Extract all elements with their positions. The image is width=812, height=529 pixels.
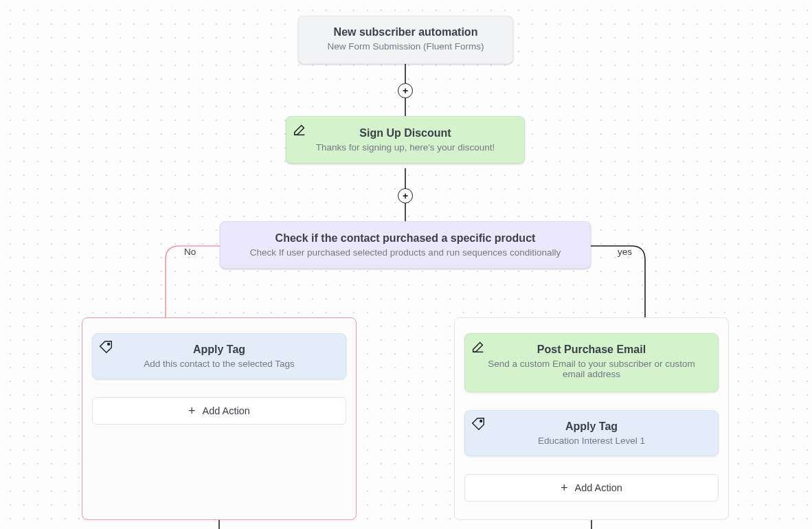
card-subtitle: Add this contact to the selected Tags (112, 359, 326, 369)
card-title: Apply Tag (112, 344, 326, 356)
action-node-post-purchase-email[interactable]: Post Purchase Email Send a custom Email … (464, 333, 719, 392)
add-action-label: Add Action (203, 405, 250, 416)
add-action-button-yes[interactable]: + Add Action (464, 474, 719, 502)
conditional-node[interactable]: Check if the contact purchased a specifi… (220, 221, 591, 269)
card-title: Post Purchase Email (484, 344, 699, 356)
branch-label-no: No (184, 247, 196, 257)
email-node-signup-discount[interactable]: Sign Up Discount Thanks for signing up, … (286, 116, 525, 164)
compose-email-icon (471, 339, 486, 354)
automation-canvas[interactable]: New subscriber automation New Form Submi… (0, 0, 812, 529)
card-subtitle: Education Interest Level 1 (484, 436, 699, 446)
email-subtitle: Thanks for signing up, here's your disco… (306, 142, 505, 153)
tag-icon (471, 416, 486, 431)
conditional-title: Check if the contact purchased a specifi… (240, 232, 571, 245)
card-title: Apply Tag (484, 420, 699, 433)
branch-label-yes: yes (618, 247, 632, 257)
action-node-apply-tag-no[interactable]: Apply Tag Add this contact to the select… (92, 333, 346, 379)
email-title: Sign Up Discount (306, 127, 505, 139)
trigger-node[interactable]: New subscriber automation New Form Submi… (298, 16, 513, 64)
tag-icon (98, 339, 113, 354)
add-step-button-1[interactable]: + (398, 83, 413, 98)
add-action-button-no[interactable]: + Add Action (92, 397, 346, 425)
conditional-subtitle: Check If user purchased selected product… (240, 247, 571, 258)
trigger-subtitle: New Form Submission (Fluent Forms) (315, 41, 496, 52)
add-action-label: Add Action (575, 482, 622, 493)
branch-column-yes[interactable]: Post Purchase Email Send a custom Email … (454, 317, 729, 520)
card-subtitle: Send a custom Email to your subscriber o… (484, 359, 699, 379)
action-node-apply-tag-yes[interactable]: Apply Tag Education Interest Level 1 (464, 410, 719, 456)
compose-email-icon (292, 122, 307, 137)
trigger-title: New subscriber automation (315, 26, 496, 38)
svg-point-5 (480, 420, 482, 423)
plus-icon: + (188, 405, 196, 417)
branch-column-no[interactable]: Apply Tag Add this contact to the select… (82, 317, 357, 520)
add-step-button-2[interactable]: + (398, 188, 413, 203)
svg-point-4 (108, 344, 110, 346)
plus-icon: + (561, 482, 568, 494)
